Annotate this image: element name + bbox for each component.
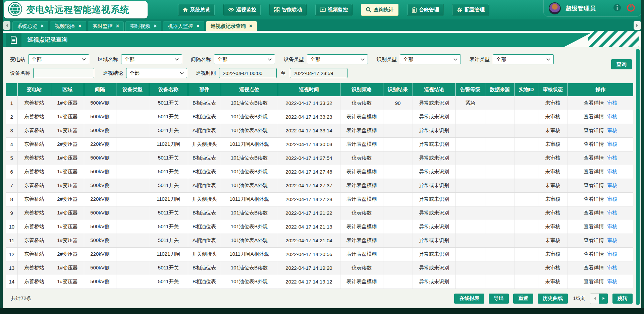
prev-page-icon[interactable]	[590, 294, 599, 304]
view-detail-link[interactable]: 查看详情	[584, 182, 604, 188]
tab-close-icon[interactable]: ×	[41, 23, 44, 29]
patrol-time-to-input[interactable]	[290, 68, 347, 78]
audit-link[interactable]: 审核	[607, 114, 617, 119]
cell-time: 2022-04-17 14:21:04	[278, 234, 340, 247]
online-report-button[interactable]: 在线报表	[454, 294, 484, 304]
audit-link[interactable]: 审核	[607, 210, 617, 215]
view-detail-link[interactable]: 查看详情	[584, 251, 604, 257]
vertical-scrollbar[interactable]	[636, 49, 640, 305]
filter-select-6[interactable]: 全部	[493, 54, 554, 64]
view-detail-link[interactable]: 查看详情	[584, 127, 604, 133]
audit-link[interactable]: 审核	[607, 127, 617, 133]
audit-link[interactable]: 审核	[607, 265, 617, 270]
nav-video-button[interactable]: 视频监控	[315, 4, 352, 15]
view-detail-link[interactable]: 查看详情	[584, 141, 604, 147]
cell-device_name: 5011开关	[149, 275, 188, 289]
cell-part: B相油位表	[188, 96, 221, 110]
view-detail-link[interactable]: 查看详情	[584, 114, 604, 119]
cell-alarm	[455, 165, 485, 179]
cell-alarm	[455, 124, 485, 137]
filter-select-3[interactable]: 全部	[214, 54, 275, 64]
cell-no: 8	[6, 192, 17, 206]
tab-close-icon[interactable]: ×	[196, 23, 199, 29]
avatar[interactable]	[549, 2, 561, 14]
device-name-input[interactable]	[33, 68, 94, 78]
filter-select-value: 全部	[496, 56, 506, 63]
tab-4[interactable]: 实时视频×	[125, 21, 161, 31]
view-detail-link[interactable]: 查看详情	[584, 224, 604, 229]
audit-link[interactable]: 审核	[607, 196, 617, 202]
jump-button[interactable]: 跳转	[612, 294, 633, 304]
view-detail-link[interactable]: 查看详情	[584, 196, 604, 202]
tab-close-icon[interactable]: ×	[154, 23, 157, 29]
tab-scroll-right-icon[interactable]	[634, 21, 641, 30]
nav-home-button[interactable]: 系统总览	[178, 4, 215, 15]
tab-2[interactable]: 视频轮播×	[50, 21, 86, 31]
table-row: 1东善桥站1#变压器500kV侧5011开关B相油位表101油位表B读数2022…	[6, 96, 633, 110]
view-detail-link[interactable]: 查看详情	[584, 155, 604, 161]
nav-eye-button[interactable]: 巡视监控	[224, 4, 261, 15]
cell-strategy: 仪表读数	[340, 151, 383, 165]
nav-label: 系统总览	[190, 7, 210, 13]
filter-select-4[interactable]: 全部	[307, 54, 368, 64]
history-curve-button[interactable]: 历史曲线	[538, 294, 568, 304]
cell-time: 2022-04-17 14:27:28	[278, 192, 340, 206]
table-row: 4东善桥站2#变压器220kV侧11021刀闸开关侧接头1011刀闸A相外观20…	[6, 137, 633, 151]
tab-close-icon[interactable]: ×	[78, 23, 81, 29]
page-title: 巡视点记录查询	[28, 33, 67, 47]
cell-device_type	[116, 247, 149, 261]
cell-source	[485, 137, 515, 151]
filter-label: 表计类型	[470, 56, 490, 63]
filter-select-2[interactable]: 全部	[121, 54, 182, 64]
cell-bay: 220kV侧	[84, 247, 116, 261]
reset-button[interactable]: 重置	[513, 294, 533, 304]
tab-3[interactable]: 实时监控×	[88, 21, 124, 31]
audit-link[interactable]: 审核	[607, 224, 617, 229]
cell-actions: 查看详情审核	[568, 234, 633, 247]
tab-scroll-left-icon[interactable]	[3, 21, 10, 30]
info-icon[interactable]	[613, 4, 621, 13]
audit-link[interactable]: 审核	[607, 100, 617, 106]
app-title: 变电站远程智能巡视系统	[26, 4, 129, 16]
conclusion-select[interactable]: 全部	[126, 68, 187, 78]
audit-link[interactable]: 审核	[607, 169, 617, 174]
view-detail-link[interactable]: 查看详情	[584, 278, 604, 284]
audit-link[interactable]: 审核	[607, 278, 617, 284]
logout-power-icon[interactable]	[627, 3, 635, 13]
cell-time: 2022-04-17 14:30:03	[278, 137, 340, 151]
view-detail-link[interactable]: 查看详情	[584, 237, 604, 243]
cell-source	[485, 275, 515, 289]
tab-close-icon[interactable]: ×	[249, 23, 252, 29]
cell-device_type	[116, 275, 149, 289]
view-detail-link[interactable]: 查看详情	[584, 210, 604, 215]
audit-link[interactable]: 审核	[607, 237, 617, 243]
nav-gear-button[interactable]: 配置管理	[452, 4, 489, 15]
audit-link[interactable]: 审核	[607, 251, 617, 257]
cell-device_type	[116, 234, 149, 247]
filter-select-5[interactable]: 全部	[400, 54, 461, 64]
cell-no: 5	[6, 151, 17, 165]
next-page-icon[interactable]	[599, 294, 608, 304]
tab-6[interactable]: 巡视点记录查询×	[206, 21, 257, 31]
audit-link[interactable]: 审核	[607, 182, 617, 188]
tab-1[interactable]: 系统总览×	[12, 21, 48, 31]
cell-device_name: 5011开关	[149, 165, 188, 179]
nav-link-grid-button[interactable]: 智能联动	[270, 4, 306, 15]
video-icon	[320, 7, 326, 12]
nav-label: 视频监控	[328, 7, 348, 13]
nav-search-button[interactable]: 查询统计	[361, 4, 398, 15]
nav-clipboard-button[interactable]: 台账管理	[407, 4, 443, 15]
tab-5[interactable]: 机器人监控×	[163, 21, 204, 31]
audit-link[interactable]: 审核	[607, 155, 617, 161]
export-button[interactable]: 导出	[489, 294, 509, 304]
view-detail-link[interactable]: 查看详情	[584, 169, 604, 174]
cell-conclusion: 异常或未识别	[413, 179, 455, 192]
cell-no: 9	[6, 206, 17, 220]
audit-link[interactable]: 审核	[607, 141, 617, 147]
view-detail-link[interactable]: 查看详情	[584, 265, 604, 270]
patrol-time-from-input[interactable]	[219, 68, 277, 78]
search-button[interactable]: 查询	[611, 59, 632, 69]
filter-select-1[interactable]: 全部	[28, 54, 89, 64]
tab-close-icon[interactable]: ×	[116, 23, 119, 29]
view-detail-link[interactable]: 查看详情	[584, 100, 604, 106]
